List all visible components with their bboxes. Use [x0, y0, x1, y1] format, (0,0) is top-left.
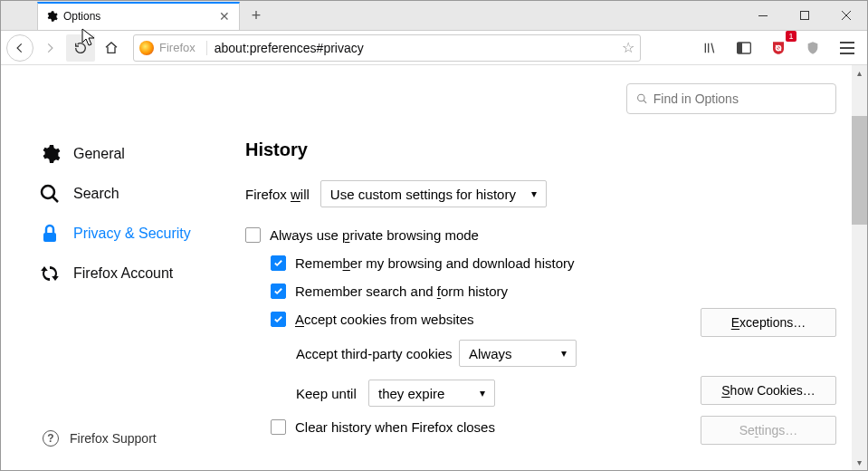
row-remember-browsing: Remember my browsing and download histor… — [271, 255, 836, 271]
title-bar: Options ✕ + — [1, 1, 867, 31]
gear-icon — [45, 10, 58, 23]
sidebar-label: General — [73, 146, 125, 162]
sidebar-item-account[interactable]: Firefox Account — [37, 254, 218, 293]
site-identity[interactable]: Firefox — [139, 41, 207, 55]
site-name: Firefox — [159, 41, 196, 54]
search-icon — [636, 92, 648, 105]
sidebar-label: Search — [73, 186, 119, 202]
sidebar-label: Privacy & Security — [73, 226, 191, 242]
scroll-thumb[interactable] — [852, 116, 867, 225]
checkbox-accept-cookies[interactable] — [271, 312, 286, 327]
svg-rect-1 — [801, 12, 809, 20]
toolbar-right: 1 — [648, 34, 862, 62]
history-mode-row: Firefox will Use custom settings for his… — [245, 180, 836, 207]
history-mode-select[interactable]: Use custom settings for history — [320, 180, 547, 207]
sidebar-item-search[interactable]: Search — [37, 174, 218, 214]
vertical-scrollbar[interactable]: ▴ ▾ — [852, 65, 867, 470]
checkbox-remember-browsing[interactable] — [271, 255, 286, 271]
minimize-button[interactable] — [742, 1, 784, 30]
show-cookies-button[interactable]: Show Cookies… — [701, 376, 836, 405]
svg-rect-8 — [43, 233, 56, 242]
sidebar-item-general[interactable]: General — [37, 134, 218, 174]
content-area: General Search Privacy & Security Firefo… — [1, 65, 867, 470]
firefox-support-link[interactable]: ? Firefox Support — [43, 430, 157, 447]
window-controls — [742, 1, 867, 30]
ublock-badge: 1 — [786, 31, 796, 42]
tab-options[interactable]: Options ✕ — [37, 2, 240, 30]
home-button[interactable] — [97, 34, 126, 62]
tab-strip: Options ✕ + — [1, 1, 269, 30]
ublock-icon[interactable]: 1 — [764, 34, 793, 62]
checkbox-private-browsing[interactable] — [245, 227, 261, 243]
checkbox-clear-on-close[interactable] — [271, 419, 286, 435]
help-icon: ? — [43, 430, 59, 447]
back-button[interactable] — [6, 34, 33, 62]
sync-icon — [39, 263, 61, 284]
maximize-button[interactable] — [784, 1, 825, 30]
toolbar: Firefox about:preferences#privacy ☆ 1 — [1, 31, 867, 65]
main-panel: History Firefox will Use custom settings… — [245, 139, 836, 470]
forward-button[interactable] — [35, 34, 64, 62]
url-text: about:preferences#privacy — [215, 41, 622, 55]
library-icon[interactable] — [695, 34, 724, 62]
exceptions-button[interactable]: Exceptions… — [701, 308, 836, 337]
svg-point-6 — [638, 94, 644, 101]
close-window-button[interactable] — [825, 1, 867, 30]
settings-button: Settings… — [701, 416, 836, 445]
find-in-options[interactable] — [626, 83, 836, 114]
reload-button[interactable] — [66, 34, 95, 62]
lock-icon — [39, 223, 61, 245]
gear-icon — [39, 143, 61, 165]
third-party-select[interactable]: Always — [459, 340, 577, 367]
row-remember-search: Remember search and form history — [271, 284, 836, 299]
svg-point-7 — [42, 186, 54, 198]
url-bar[interactable]: Firefox about:preferences#privacy ☆ — [133, 34, 641, 62]
scroll-down-icon[interactable]: ▾ — [852, 455, 867, 470]
search-icon — [39, 183, 61, 205]
firefox-logo-icon — [139, 41, 154, 55]
sidebar: General Search Privacy & Security Firefo… — [37, 134, 218, 293]
find-input[interactable] — [653, 91, 826, 106]
history-heading: History — [245, 139, 836, 160]
shields-icon[interactable] — [798, 34, 827, 62]
row-private-browsing: Always use private browsing mode — [245, 227, 836, 243]
bookmark-star-icon[interactable]: ☆ — [622, 39, 634, 56]
sidebar-icon[interactable] — [730, 34, 758, 62]
sidebar-label: Firefox Account — [73, 265, 173, 282]
row-third-party: Accept third-party cookies Always — [296, 340, 836, 367]
checkbox-remember-search[interactable] — [271, 284, 286, 299]
hamburger-menu[interactable] — [833, 34, 862, 62]
svg-rect-3 — [738, 43, 742, 53]
new-tab-button[interactable]: + — [243, 3, 269, 28]
tab-title: Options — [63, 10, 100, 23]
support-label: Firefox Support — [70, 431, 157, 446]
sidebar-item-privacy[interactable]: Privacy & Security — [37, 214, 218, 254]
scroll-up-icon[interactable]: ▴ — [852, 65, 867, 81]
svg-rect-0 — [758, 15, 768, 16]
keep-until-select[interactable]: they expire — [368, 380, 495, 407]
close-icon[interactable]: ✕ — [217, 9, 232, 24]
